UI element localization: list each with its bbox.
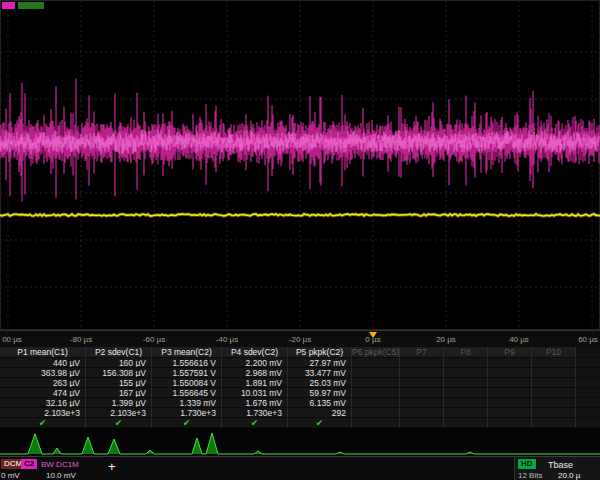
measurement-header[interactable]: P10 [532,347,576,358]
measurement-cell [532,398,576,408]
measurement-status-check: ✔ [288,418,352,428]
measurement-filler [576,408,600,418]
measurement-cell: 1.730e+3 [222,408,288,418]
measurement-cell: 1.399 µV [86,398,152,408]
axis-tick-label: -60 µs [143,335,165,344]
status-marker-icon [18,2,44,9]
measurement-cell [352,368,400,378]
measurement-header[interactable]: P1 mean(C1) [0,347,86,358]
measurement-cell: 440 µV [0,358,86,368]
measurement-cell: 1.339 mV [152,398,222,408]
measurement-cell [352,378,400,388]
measurement-cell: 1.891 mV [222,378,288,388]
measurement-filler [576,418,600,428]
measurement-filler [576,388,600,398]
measurement-cell: 363.98 µV [0,368,86,378]
measurement-filler [576,368,600,378]
bottom-bar: DCM C2 BW DC1M 0 mV 10.0 mV + HD Tbase 1… [0,456,600,480]
measurement-cell [400,378,444,388]
measurement-header[interactable]: P9 [488,347,532,358]
measurement-cell: 1.557591 V [152,368,222,378]
measurement-header[interactable]: P2 sdev(C1) [86,347,152,358]
histicon-peaks [0,433,600,454]
measurement-cell: 1.556645 V [152,388,222,398]
measurement-cell: 2.968 mV [222,368,288,378]
axis-tick-label: 0 µs [365,335,380,344]
measurement-histicon-strip[interactable] [0,428,600,456]
measurement-status-check: ✔ [86,418,152,428]
axis-tick-label: 20 µs [436,335,456,344]
measurement-cell: 25.03 mV [288,378,352,388]
measurement-cell [400,388,444,398]
measurement-status-check: ✔ [222,418,288,428]
measurement-cell: 474 µV [0,388,86,398]
bits-label: 12 Bits [518,471,542,480]
measurement-cell [444,408,488,418]
measurement-cell [400,398,444,408]
c2-active-marker-icon [2,2,15,9]
measurement-header[interactable]: P8 [444,347,488,358]
measurement-status-row: ✔✔✔✔✔ [0,418,600,428]
measurement-cell [400,368,444,378]
measurement-status-check [352,418,400,428]
measurement-status-check [444,418,488,428]
measurement-header[interactable]: P4 sdev(C2) [222,347,288,358]
measurement-header[interactable]: P5 pkpk(C2) [288,347,352,358]
c2-scale-label: 10.0 mV [46,471,76,480]
time-axis: 00 µs-80 µs-60 µs-40 µs-20 µs0 µs20 µs40… [0,330,600,347]
measurement-status-check [488,418,532,428]
c1-offset-label: 0 mV [1,471,20,480]
measurement-cell [532,358,576,368]
measurement-cell: 1.730e+3 [152,408,222,418]
measurement-cell: 160 µV [86,358,152,368]
measurement-cell: 27.97 mV [288,358,352,368]
measurement-status-check [532,418,576,428]
tbase-label[interactable]: Tbase [548,460,573,470]
measurement-cell [532,408,576,418]
measurement-cell [532,388,576,398]
measurement-status-check [400,418,444,428]
measurement-row: 474 µV167 µV1.556645 V10.031 mV59.97 mV [0,388,600,398]
oscilloscope-screen: 00 µs-80 µs-60 µs-40 µs-20 µs0 µs20 µs40… [0,0,600,480]
tdiv-label: 20.0 µ [558,471,580,480]
measurement-cell: 2.103e+3 [86,408,152,418]
measurement-cell: 2.200 mV [222,358,288,368]
measurement-cell [352,398,400,408]
waveform-plot[interactable] [0,0,600,330]
measurement-cell [352,388,400,398]
measurement-cell [352,358,400,368]
measurement-filler [576,398,600,408]
measurement-header[interactable]: P3 mean(C2) [152,347,222,358]
axis-tick-label: -80 µs [70,335,92,344]
measurement-filler [576,358,600,368]
axis-tick-label: 60 µs [578,335,598,344]
measurement-header[interactable]: P7 [400,347,444,358]
measurement-row: 32.16 µV1.399 µV1.339 mV1.676 mV6.135 mV [0,398,600,408]
add-cursor-plus-icon[interactable]: + [108,459,116,474]
measurement-cell [488,378,532,388]
measurement-cell: 167 µV [86,388,152,398]
hd-badge: HD [518,459,536,469]
top-left-indicator [2,2,44,9]
measurement-cell: 263 µV [0,378,86,388]
measurement-cell [400,358,444,368]
measurement-table: P1 mean(C1)P2 sdev(C1)P3 mean(C2)P4 sdev… [0,347,600,428]
measurement-cell: 1.550084 V [152,378,222,388]
measurement-status-check: ✔ [0,418,86,428]
measurement-row: 2.103e+32.103e+31.730e+31.730e+3292 [0,408,600,418]
measurement-cell: 156.308 µV [86,368,152,378]
axis-tick-label: 00 µs [2,335,22,344]
axis-tick-label: 40 µs [509,335,529,344]
measurement-cell [488,368,532,378]
measurement-cell: 33.477 mV [288,368,352,378]
measurement-header-row: P1 mean(C1)P2 sdev(C1)P3 mean(C2)P4 sdev… [0,347,600,358]
measurement-cell [444,378,488,388]
measurement-cell [532,368,576,378]
measurement-cell [532,378,576,388]
measurement-cell: 10.031 mV [222,388,288,398]
c2-descriptor-badge[interactable]: C2 [21,459,37,469]
measurement-cell: 1.676 mV [222,398,288,408]
measurement-header[interactable]: P6 pkpk(C5) [352,347,400,358]
measurement-cell [488,398,532,408]
measurement-cell [352,408,400,418]
